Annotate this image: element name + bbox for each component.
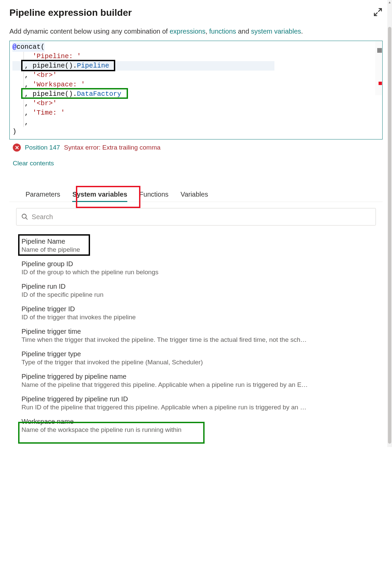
link-functions[interactable]: functions <box>209 28 236 35</box>
list-item-pipeline-group-id[interactable]: Pipeline group ID ID of the group to whi… <box>21 257 383 279</box>
scrollbar[interactable]: ▲ <box>387 0 392 447</box>
clear-contents-link[interactable]: Clear contents <box>13 160 54 167</box>
list-item-pipeline-trigger-type[interactable]: Pipeline trigger type Type of the trigge… <box>21 347 383 369</box>
error-icon: ✕ <box>13 144 21 152</box>
list-item-pipeline-name[interactable]: Pipeline Name Name of the pipeline <box>21 234 383 257</box>
list-item-pipeline-run-id[interactable]: Pipeline run ID ID of the specific pipel… <box>21 279 383 302</box>
intro-prefix: Add dynamic content below using any comb… <box>9 28 170 35</box>
system-variables-list: Pipeline Name Name of the pipeline Pipel… <box>21 234 383 437</box>
list-item-triggered-by-run-id[interactable]: Pipeline triggered by pipeline run ID Ru… <box>21 392 383 414</box>
tab-parameters[interactable]: Parameters <box>26 187 60 202</box>
tabs: Parameters System variables Functions Va… <box>9 187 383 202</box>
intro-text: Add dynamic content below using any comb… <box>9 28 383 35</box>
error-position: Position 147 <box>25 144 60 151</box>
svg-point-0 <box>22 214 26 218</box>
list-item-pipeline-trigger-id[interactable]: Pipeline trigger ID ID of the trigger th… <box>21 302 383 324</box>
search-icon <box>21 213 28 220</box>
expand-icon[interactable] <box>373 7 383 17</box>
search-input[interactable] <box>32 213 371 221</box>
search-box[interactable] <box>16 208 376 226</box>
intro-and: and <box>236 28 251 35</box>
page-title: Pipeline expression builder <box>9 7 132 18</box>
link-system-variables[interactable]: system variables <box>251 28 301 35</box>
tab-variables[interactable]: Variables <box>181 187 208 202</box>
list-item-triggered-by-name[interactable]: Pipeline triggered by pipeline name Name… <box>21 369 383 392</box>
tab-system-variables[interactable]: System variables <box>72 187 127 202</box>
svg-line-1 <box>26 218 27 219</box>
scrollbar-up-icon[interactable]: ▲ <box>388 1 391 4</box>
tab-functions[interactable]: Functions <box>139 187 169 202</box>
link-expressions[interactable]: expressions <box>170 28 206 35</box>
scrollbar-thumb[interactable] <box>388 27 391 444</box>
list-item-pipeline-trigger-time[interactable]: Pipeline trigger time Time when the trig… <box>21 324 383 347</box>
expression-editor[interactable]: @concat( 'Pipeline: ' , pipeline().Pipel… <box>9 41 383 139</box>
error-message: Syntax error: Extra trailing comma <box>64 144 161 151</box>
editor-minimap[interactable] <box>375 41 382 95</box>
list-item-workspace-name[interactable]: Workspace name Name of the workspace the… <box>21 414 383 437</box>
